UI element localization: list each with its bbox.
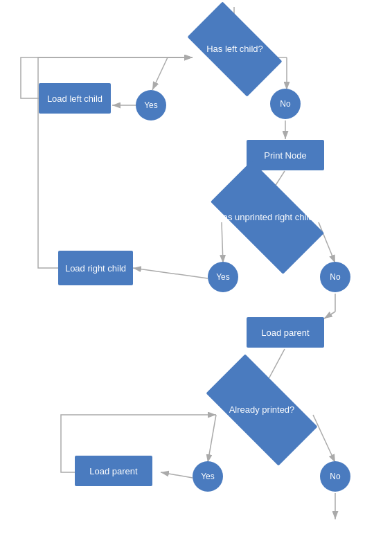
yes2-label: Yes (216, 272, 230, 282)
load-right-child-rect: Load right child (58, 251, 133, 285)
no3-circle: No (320, 461, 350, 492)
print-node-rect: Print Node (247, 140, 324, 170)
no3-label: No (330, 472, 340, 481)
has-left-child-label: Has left child? (206, 44, 263, 55)
yes2-circle: Yes (208, 262, 238, 292)
svg-line-11 (319, 222, 335, 263)
svg-line-3 (152, 57, 168, 90)
yes1-circle: Yes (136, 90, 166, 120)
already-printed-label: Already printed? (229, 404, 295, 416)
load-parent-label: Load parent (261, 328, 309, 338)
svg-line-13 (324, 312, 335, 319)
load-parent2-label: Load parent (89, 466, 137, 476)
no1-label: No (280, 99, 290, 109)
load-parent2-rect: Load parent (75, 456, 152, 486)
no1-circle: No (270, 89, 301, 119)
no2-circle: No (320, 262, 350, 292)
load-left-child-label: Load left child (47, 93, 103, 104)
has-left-child-diamond: Has left child? (193, 24, 277, 74)
svg-line-10 (133, 268, 208, 278)
load-parent-rect: Load parent (247, 317, 324, 348)
already-printed-diamond: Already printed? (211, 382, 313, 438)
svg-line-17 (313, 415, 335, 463)
load-left-child-rect: Load left child (39, 83, 111, 114)
no2-label: No (330, 272, 340, 282)
yes1-label: Yes (144, 100, 158, 110)
has-unprinted-diamond: Has unprinted right child? (216, 188, 319, 247)
yes3-circle: Yes (193, 461, 223, 492)
svg-line-16 (161, 472, 193, 478)
yes3-label: Yes (201, 472, 215, 481)
has-unprinted-label: Has unprinted right child? (216, 212, 318, 224)
print-node-label: Print Node (264, 150, 306, 161)
load-right-child-label: Load right child (65, 263, 126, 274)
